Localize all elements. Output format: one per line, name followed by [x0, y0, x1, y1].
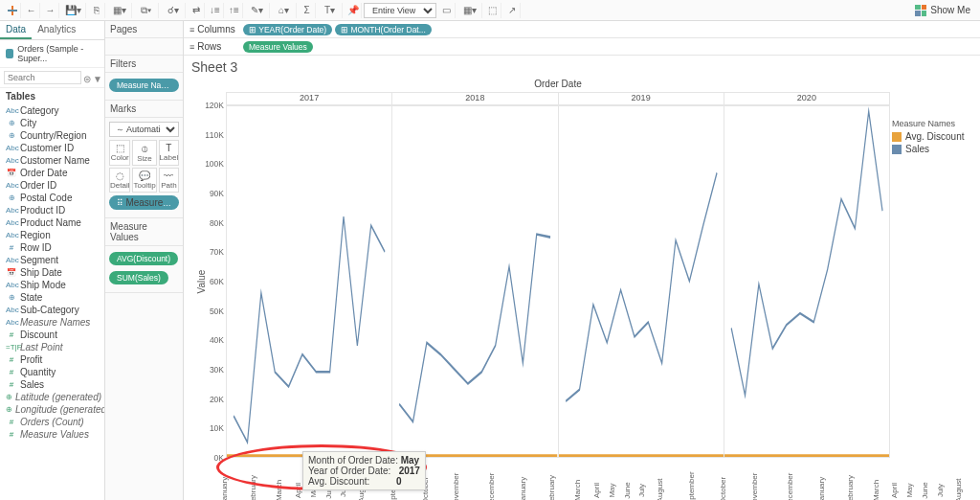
field-customer-id[interactable]: AbcCustomer ID [2, 142, 102, 154]
field-label: Quantity [20, 367, 56, 377]
share-button[interactable]: ↗ [503, 3, 521, 18]
field-measure-names[interactable]: AbcMeasure Names [2, 316, 102, 329]
col-pill-month[interactable]: ⊞ MONTH(Order Dat... [335, 24, 432, 35]
mv-pill-avg-discount[interactable]: AVG(Discount) [109, 252, 178, 265]
viz-area: ≡ Columns ⊞ YEAR(Order Date) ⊞ MONTH(Ord… [184, 21, 980, 500]
mark-label[interactable]: TLabel [159, 140, 180, 166]
row-pill-measure-values[interactable]: Measure Values [243, 41, 313, 53]
filter-pill-measure-names[interactable]: Measure Names [109, 79, 179, 92]
marks-color-pill[interactable]: ⠿ Measure Names [109, 195, 179, 210]
field-product-id[interactable]: AbcProduct ID [2, 204, 102, 216]
mark-type-select[interactable]: ～ AutomaticAutomatic [109, 122, 179, 137]
panel-2018[interactable] [392, 105, 558, 458]
legend-swatch-icon [892, 132, 902, 142]
field-sales[interactable]: #Sales [2, 378, 102, 391]
tab-data[interactable]: Data [0, 21, 32, 39]
ytick: 20K [210, 395, 224, 404]
field-order-id[interactable]: AbcOrder ID [2, 179, 102, 192]
type-icon: Abc [6, 144, 17, 152]
duplicate-button[interactable]: ⧉▾ [134, 3, 159, 18]
tab-analytics[interactable]: Analytics [32, 21, 81, 39]
mark-path[interactable]: 〰Path [159, 168, 180, 193]
field-product-name[interactable]: AbcProduct Name [2, 216, 102, 229]
measure-values-shelf[interactable]: AVG(Discount) SUM(Sales) [105, 246, 183, 293]
year-header-2020[interactable]: 2020 [724, 92, 890, 105]
field-category[interactable]: AbcCategory [2, 104, 102, 117]
field-row-id[interactable]: #Row ID [2, 241, 102, 254]
year-header-2018[interactable]: 2018 [392, 92, 558, 105]
totals-button[interactable]: Σ [299, 3, 316, 18]
rows-shelf[interactable]: Measure Values [239, 39, 980, 55]
mark-tooltip[interactable]: 💬Tooltip [132, 168, 156, 193]
legend-item-sales[interactable]: Sales [892, 143, 972, 155]
find-icon[interactable]: ▼ [93, 74, 100, 81]
field-ship-mode[interactable]: AbcShip Mode [2, 279, 102, 291]
field-ship-date[interactable]: 📅Ship Date [2, 266, 102, 279]
pages-shelf[interactable] [105, 38, 183, 56]
presentation-button[interactable]: ▭ [438, 3, 456, 18]
mark-color[interactable]: ⬚Color [109, 140, 130, 166]
labels-button[interactable]: T▾ [318, 3, 343, 18]
mark-detail[interactable]: ◌Detail [109, 168, 130, 193]
field-sub-category[interactable]: AbcSub-Category [2, 304, 102, 316]
columns-shelf-label: ≡ Columns [184, 24, 239, 34]
pin-button[interactable]: 📌 [345, 3, 362, 18]
legend-item-discount[interactable]: Avg. Discount [892, 130, 972, 143]
field-city[interactable]: ⊕City [2, 117, 102, 129]
panel-2017[interactable] [226, 105, 392, 458]
tableau-logo-icon[interactable] [4, 3, 21, 18]
field-region[interactable]: AbcRegion [2, 229, 102, 241]
cards-button[interactable]: ▦▾ [457, 3, 482, 18]
color-legend[interactable]: Measure Names Avg. Discount Sales [892, 117, 972, 155]
forward-button[interactable]: → [42, 3, 59, 18]
field-label: Longitude (generated) [15, 404, 104, 415]
sort-desc-button[interactable]: ↑≡ [226, 3, 243, 18]
view-mode-select[interactable]: Entire View [364, 3, 436, 18]
field-orders-count-[interactable]: #Orders (Count) [2, 416, 102, 428]
columns-shelf[interactable]: ⊞ YEAR(Order Date) ⊞ MONTH(Order Dat... [239, 22, 980, 37]
field-last-point[interactable]: =T|FLast Point [2, 341, 102, 353]
field-longitude-generated-[interactable]: ⊕Longitude (generated) [2, 403, 102, 416]
year-header-2019[interactable]: 2019 [559, 92, 724, 105]
ytick: 100K [205, 159, 224, 169]
field-latitude-generated-[interactable]: ⊕Latitude (generated) [2, 391, 102, 403]
mv-pill-sum-sales[interactable]: SUM(Sales) [109, 271, 168, 284]
field-discount[interactable]: #Discount [2, 329, 102, 341]
download-button[interactable]: ⬚ [484, 3, 501, 18]
field-order-date[interactable]: 📅Order Date [2, 167, 102, 179]
chart[interactable]: Order Date 2017201820192020 Value 0K10K2… [188, 79, 890, 496]
group-button[interactable]: ⌂▾ [272, 3, 297, 18]
year-header-2017[interactable]: 2017 [226, 92, 392, 105]
sort-asc-button[interactable]: ↓≡ [207, 3, 224, 18]
datasource-row[interactable]: Orders (Sample - Super... [0, 40, 104, 68]
panel-2020[interactable] [724, 105, 890, 458]
new-datasource-button[interactable]: ⎘ [88, 3, 105, 18]
field-postal-code[interactable]: ⊕Postal Code [2, 192, 102, 204]
field-label: Postal Code [20, 193, 72, 203]
back-button[interactable]: ← [23, 3, 40, 18]
sheet-title[interactable]: Sheet 3 [184, 56, 980, 79]
panel-2019[interactable] [559, 105, 724, 458]
xtick: November [750, 473, 789, 500]
field-label: Latitude (generated) [15, 392, 101, 402]
field-state[interactable]: ⊕State [2, 291, 102, 304]
field-country-region[interactable]: ⊕Country/Region [2, 129, 102, 142]
show-me-button[interactable]: Show Me [915, 5, 976, 16]
highlight-button[interactable]: ✎▾ [245, 3, 270, 18]
y-axis[interactable]: Value 0K10K20K30K40K50K60K70K80K90K100K1… [188, 105, 226, 458]
field-profit[interactable]: #Profit [2, 353, 102, 366]
field-customer-name[interactable]: AbcCustomer Name [2, 154, 102, 167]
col-pill-year[interactable]: ⊞ YEAR(Order Date) [243, 24, 332, 35]
filters-shelf[interactable]: Measure Names [105, 73, 183, 101]
swap-button[interactable]: ⇄ [188, 3, 205, 18]
clear-button[interactable]: ☌▾ [161, 3, 186, 18]
mark-size[interactable]: ⦶Size [132, 140, 156, 166]
field-segment[interactable]: AbcSegment [2, 254, 102, 266]
new-sheet-button[interactable]: ▦▾ [107, 3, 132, 18]
search-input[interactable] [4, 71, 81, 84]
field-quantity[interactable]: #Quantity [2, 366, 102, 378]
field-label: Row ID [20, 242, 52, 253]
field-measure-values[interactable]: #Measure Values [2, 428, 102, 441]
save-button[interactable]: 💾▾ [61, 3, 86, 18]
filter-icon[interactable]: ⊜ [83, 74, 91, 81]
